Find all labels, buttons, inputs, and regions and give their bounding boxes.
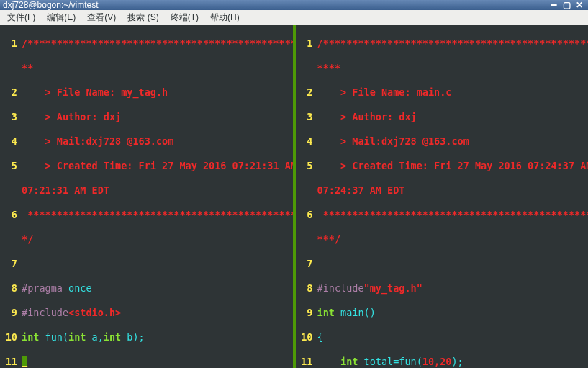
code-line[interactable]: ** (22, 62, 293, 74)
left-gutter: 1 2 3 4 5 6 7 8 9 10 11 (0, 25, 22, 368)
menu-help[interactable]: 帮助(H) (206, 10, 244, 25)
right-code[interactable]: /***************************************… (317, 25, 589, 368)
code-line[interactable]: int total=fun(10,20); (317, 356, 589, 368)
left-pane[interactable]: 1 2 3 4 5 6 7 8 9 10 11 /***************… (0, 25, 293, 368)
code-line[interactable]: */ (22, 233, 293, 246)
code-line[interactable]: > Author: dxj (22, 111, 293, 123)
code-line[interactable]: ****************************************… (317, 209, 589, 221)
code-line[interactable]: int fun(int a,int b); (22, 331, 293, 344)
code-line[interactable]: /***************************************… (317, 37, 589, 50)
code-line[interactable] (22, 356, 293, 368)
code-line[interactable]: **** (317, 62, 589, 74)
code-line[interactable]: #include"my_tag.h" (317, 282, 589, 295)
right-gutter: 1 2 3 4 5 6 7 8 9 10 11 12 13 14 (296, 25, 317, 368)
editor-area[interactable]: 1 2 3 4 5 6 7 8 9 10 11 /***************… (0, 25, 588, 368)
code-line: 07:21:31 AM EDT (22, 184, 293, 197)
code-line[interactable] (22, 258, 293, 270)
code-line[interactable]: #pragma once (22, 282, 293, 295)
menu-terminal[interactable]: 终端(T) (166, 10, 203, 25)
code-line[interactable]: /***************************************… (22, 37, 293, 50)
code-line[interactable]: > Mail:dxj728 @163.com (22, 135, 293, 148)
maximize-button[interactable]: ▢ (561, 0, 572, 10)
code-line[interactable] (317, 258, 589, 270)
menu-search[interactable]: 搜索 (S) (123, 10, 163, 25)
code-line[interactable]: int main() (317, 307, 589, 319)
titlebar: dxj728@bogon:~/vimtest ━ ▢ ✕ (0, 0, 588, 10)
left-code[interactable]: /***************************************… (22, 25, 293, 368)
window-title: dxj728@bogon:~/vimtest (3, 0, 99, 10)
code-line[interactable]: ***/ (317, 233, 589, 246)
code-line[interactable]: > File Name: main.c (317, 86, 589, 99)
menu-edit[interactable]: 编辑(E) (42, 10, 80, 25)
code-line[interactable]: ****************************************… (22, 209, 293, 221)
minimize-button[interactable]: ━ (548, 0, 559, 10)
code-line[interactable]: > File Name: my_tag.h (22, 86, 293, 99)
code-line[interactable]: #include<stdio.h> (22, 307, 293, 319)
code-line[interactable]: > Created Time: Fri 27 May 2016 07:21:31… (22, 160, 293, 172)
code-line: 07:24:37 AM EDT (317, 184, 589, 197)
code-line[interactable]: > Created Time: Fri 27 May 2016 07:24:37… (317, 160, 589, 172)
code-line[interactable]: > Author: dxj (317, 111, 589, 123)
menu-file[interactable]: 文件(F) (3, 10, 40, 25)
code-line[interactable]: { (317, 331, 589, 344)
menu-view[interactable]: 查看(V) (83, 10, 120, 25)
right-pane[interactable]: 1 2 3 4 5 6 7 8 9 10 11 12 13 14 /******… (296, 25, 589, 368)
menubar: 文件(F) 编辑(E) 查看(V) 搜索 (S) 终端(T) 帮助(H) (0, 10, 588, 25)
close-button[interactable]: ✕ (574, 0, 585, 10)
code-line[interactable]: > Mail:dxj728 @163.com (317, 135, 589, 148)
